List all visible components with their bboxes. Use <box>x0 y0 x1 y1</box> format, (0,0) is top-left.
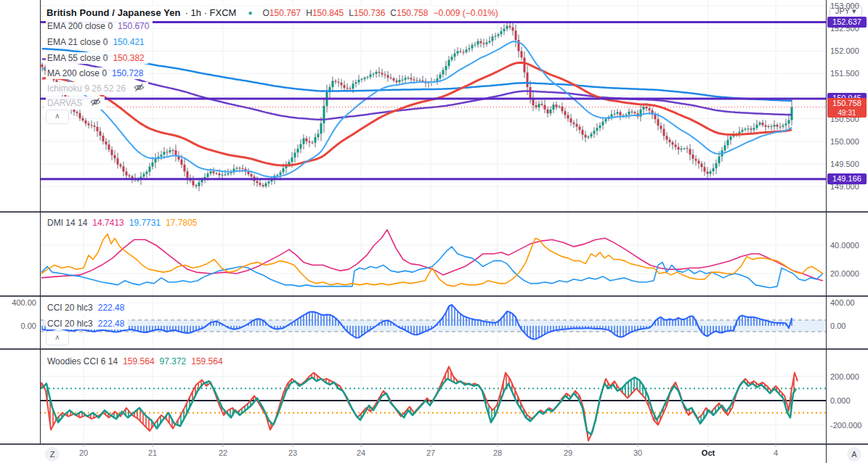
legend-ema200[interactable]: EMA 200 close 0 150.670 <box>46 20 153 32</box>
time-label: 24 <box>357 448 365 457</box>
price-tick-label: 153.000 <box>830 1 859 10</box>
eye-off-icon[interactable] <box>90 97 101 109</box>
market-status-icon: ● <box>248 9 252 17</box>
time-label: 22 <box>219 448 227 457</box>
ohlc-values: O150.767 H150.845 L150.736 C150.758 −0.0… <box>262 8 498 18</box>
time-label: 30 <box>633 448 642 457</box>
timezone-button[interactable]: Z <box>45 447 60 462</box>
dmi-tick-label: 20.0000 <box>830 269 859 278</box>
legend-cci-1[interactable]: CCI 20 hlc3 222.48 <box>46 302 128 314</box>
change-value: −0.009 (−0.01%) <box>433 8 498 18</box>
collapse-legend-button[interactable]: ∧ <box>46 110 69 124</box>
price-level-badge: 149.166 <box>827 173 867 184</box>
price-tick-label: 152.000 <box>830 46 859 55</box>
time-label: 23 <box>288 448 297 457</box>
symbol-header[interactable]: British Pound / Japanese Yen · 1h · FXCM… <box>45 6 503 20</box>
legend-ichimoku[interactable]: Ichimoku 9 26 52 26 <box>46 82 148 95</box>
price-level-badge: 152.637 <box>827 17 867 28</box>
legend-ma200[interactable]: MA 200 close 0 150.728 <box>46 67 147 79</box>
symbol-interval: · 1h · FXCM <box>185 7 237 18</box>
legend-woodies[interactable]: Woodies CCI 6 14 159.564 97.372 159.564 <box>46 356 227 367</box>
woodies-tick-label: 200.000 <box>830 372 859 381</box>
trading-chart-app: { "header": { "title": "British Pound / … <box>0 0 868 463</box>
dmi-tick-label: 40.0000 <box>830 241 859 250</box>
time-label: 20 <box>79 448 88 457</box>
legend-cci-2[interactable]: CCI 20 hlc3 222.48 <box>46 318 128 329</box>
price-tick-label: 149.500 <box>830 160 859 168</box>
cci-tick-label: 0.00 <box>830 321 845 330</box>
woodies-tick-label: -200.000 <box>830 421 861 430</box>
symbol-title: British Pound / Japanese Yen <box>46 7 181 18</box>
legend-ema55[interactable]: EMA 55 close 0 150.382 <box>46 52 148 64</box>
collapse-cci-legend-button[interactable]: ∧ <box>46 331 69 345</box>
time-label: 4 <box>774 448 778 457</box>
price-tick-label: 150.000 <box>830 137 859 146</box>
cci-left-tick-label: 400.00 <box>0 298 36 307</box>
time-label: 28 <box>493 448 502 457</box>
legend-dmi[interactable]: DMI 14 14 14.7413 19.7731 17.7805 <box>46 217 201 229</box>
time-label: 27 <box>426 448 435 457</box>
woodies-tick-label: 0.000 <box>830 396 851 405</box>
current-price-badge: 150.75849:31 <box>827 98 867 118</box>
time-label: Oct <box>702 448 715 457</box>
cci-tick-label: 400.00 <box>830 298 855 307</box>
auto-scale-button[interactable]: A <box>847 447 861 462</box>
price-tick-label: 151.500 <box>830 69 859 78</box>
cci-left-tick-label: 0.00 <box>0 321 36 330</box>
legend-ema21[interactable]: EMA 21 close 0 150.421 <box>46 36 148 48</box>
time-label: 29 <box>564 448 572 457</box>
legend-darvas[interactable]: DARVAS <box>46 97 105 110</box>
eye-off-icon[interactable] <box>134 83 145 94</box>
time-label: 21 <box>148 448 157 457</box>
